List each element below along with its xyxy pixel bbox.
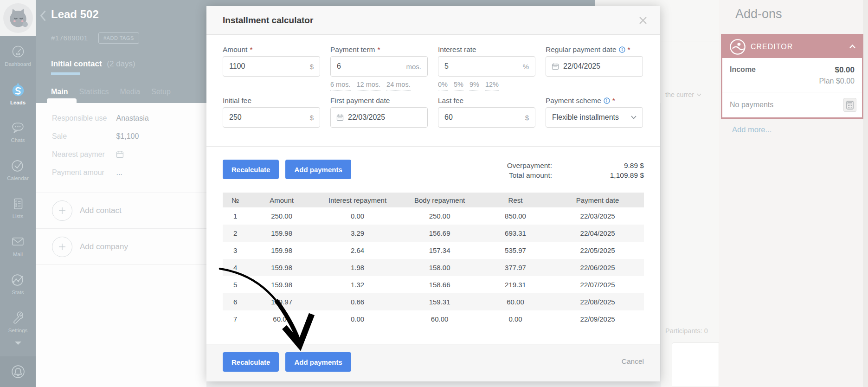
lead-id: #17689001: [51, 34, 88, 42]
income-value: $0.00: [819, 65, 855, 75]
sidebar-item-label: Stats: [12, 290, 24, 295]
installment-row: 5159.981.32158.66219.3122/07/2025: [223, 276, 644, 293]
sidebar-item-calendar[interactable]: Calendar: [0, 150, 36, 188]
cell-body: 158.00: [399, 259, 480, 276]
avatar[interactable]: [0, 0, 36, 36]
regular-payment-date-label: Regular payment date: [546, 45, 617, 54]
amount-label: Amount: [223, 45, 247, 54]
sidebar-item-settings[interactable]: Settings: [0, 303, 36, 341]
sidebar-item-chats[interactable]: Chats: [0, 112, 36, 150]
last-fee-field: Last fee $: [438, 96, 535, 128]
add-company-label: Add company: [80, 242, 128, 252]
cell-number: 1: [223, 207, 248, 225]
active-tab-indicator: [47, 98, 77, 103]
col-interest-repayment: Interest repayment: [315, 193, 400, 207]
amount-input[interactable]: [223, 62, 296, 71]
add-tags-button[interactable]: #ADD TAGS: [98, 32, 139, 44]
cell-amount: 159.98: [248, 225, 315, 242]
sidebar-item-lists[interactable]: Lists: [0, 188, 36, 226]
cell-amount: 250.00: [248, 207, 315, 225]
lead-field-sale: Sale $1,100: [52, 132, 200, 142]
sidebar-item-dashboard[interactable]: Dashboard: [0, 36, 36, 74]
initial-fee-label: Initial fee: [223, 97, 251, 105]
currency-dropdown[interactable]: the currer: [665, 91, 701, 98]
recalculate-button[interactable]: Recalculate: [223, 160, 279, 179]
income-label: Income: [730, 65, 756, 85]
interest-rate-quick-links: 0% 5% 9% 12%: [438, 77, 535, 90]
payment-term-input[interactable]: [331, 62, 403, 71]
quick-link-0pct[interactable]: 0%: [438, 81, 448, 90]
page-title: Lead 502: [51, 8, 99, 21]
payment-term-input-box: mos.: [330, 56, 428, 77]
cell-number: 5: [223, 276, 248, 293]
field-label: Responsible use: [52, 114, 114, 123]
last-fee-input[interactable]: [438, 113, 511, 122]
amount-input-box: $: [223, 56, 320, 77]
cell-amount: 159.98: [248, 259, 315, 276]
field-value[interactable]: Anastasia: [116, 114, 148, 123]
cell-rest: 377.97: [480, 259, 551, 276]
modal-footer: Recalculate Add payments Cancel: [206, 344, 660, 381]
last-fee-suffix: $: [525, 114, 529, 122]
regular-payment-date-field: Regular payment date * 22/04/2025: [546, 45, 643, 90]
field-value[interactable]: [116, 150, 124, 160]
open-calculator-button[interactable]: [843, 98, 856, 112]
add-contact-button[interactable]: Add contact: [52, 200, 122, 221]
pipeline-stage[interactable]: Initial contact (2 days): [51, 59, 135, 69]
sidebar-item-mail[interactable]: Mail: [0, 226, 36, 264]
first-payment-date-box[interactable]: 22/03/2025: [330, 107, 428, 128]
back-chevron-icon[interactable]: [39, 10, 47, 21]
field-value[interactable]: $1,100: [116, 132, 139, 141]
quick-link-24-mos[interactable]: 24 mos.: [386, 81, 411, 90]
add-payments-button-footer[interactable]: Add payments: [285, 352, 351, 372]
required-marker: *: [250, 45, 252, 54]
quick-link-12-mos[interactable]: 12 mos.: [357, 81, 381, 90]
initial-fee-input[interactable]: [223, 113, 296, 122]
note-input-box[interactable]: [672, 342, 719, 387]
add-payments-button[interactable]: Add payments: [285, 160, 351, 179]
close-icon[interactable]: [639, 16, 647, 25]
sidebar-item-leads[interactable]: Leads: [0, 74, 36, 112]
interest-rate-label: Interest rate: [438, 45, 476, 54]
payment-scheme-value: Flexible installments: [552, 113, 619, 122]
tab-statistics[interactable]: Statistics: [79, 88, 109, 96]
interest-rate-input[interactable]: [438, 62, 511, 71]
scrollbar-track[interactable]: [863, 0, 868, 387]
lead-field-responsible: Responsible use Anastasia: [52, 114, 200, 124]
creditor-widget-header[interactable]: CREDITOR: [722, 35, 862, 58]
add-more-link[interactable]: Add more...: [732, 125, 772, 134]
cell-rest: 535.97: [480, 242, 551, 259]
cell-amount: 159.98: [248, 242, 315, 259]
quick-link-6-mos[interactable]: 6 mos.: [330, 81, 351, 90]
cell-date: 22/05/2025: [551, 242, 644, 259]
field-label: Payment amour: [52, 168, 114, 177]
quick-link-9pct[interactable]: 9%: [469, 81, 479, 90]
tab-main[interactable]: Main: [51, 88, 68, 96]
amount-suffix: $: [310, 63, 314, 71]
cell-interest: 1.32: [315, 276, 400, 293]
cancel-button[interactable]: Cancel: [622, 357, 644, 366]
tab-media[interactable]: Media: [120, 88, 140, 96]
required-marker: *: [612, 97, 615, 105]
tab-setup[interactable]: Setup: [151, 88, 171, 96]
cell-body: 158.66: [399, 276, 480, 293]
payment-scheme-select[interactable]: Flexible installments: [546, 107, 643, 128]
info-icon[interactable]: [604, 97, 610, 104]
calendar-icon: [552, 63, 559, 70]
regular-payment-date-box[interactable]: 22/04/2025: [546, 56, 643, 77]
payment-term-label: Payment term: [330, 45, 375, 54]
sidebar-more-chevron-down-icon[interactable]: [15, 342, 21, 345]
recalculate-button-footer[interactable]: Recalculate: [223, 352, 279, 372]
field-value[interactable]: ...: [116, 168, 122, 177]
sidebar-item-label: Calendar: [7, 175, 29, 181]
info-icon[interactable]: [619, 46, 625, 53]
notifications-button[interactable]: [0, 356, 36, 387]
quick-link-12pct[interactable]: 12%: [485, 81, 499, 90]
cell-interest: 0.00: [315, 310, 400, 328]
col-amount: Amount: [248, 193, 315, 207]
last-fee-label: Last fee: [438, 97, 463, 105]
cell-date: 22/06/2025: [551, 259, 644, 276]
sidebar-item-stats[interactable]: Stats: [0, 264, 36, 303]
add-company-button[interactable]: Add company: [52, 237, 128, 257]
quick-link-5pct[interactable]: 5%: [454, 81, 463, 90]
